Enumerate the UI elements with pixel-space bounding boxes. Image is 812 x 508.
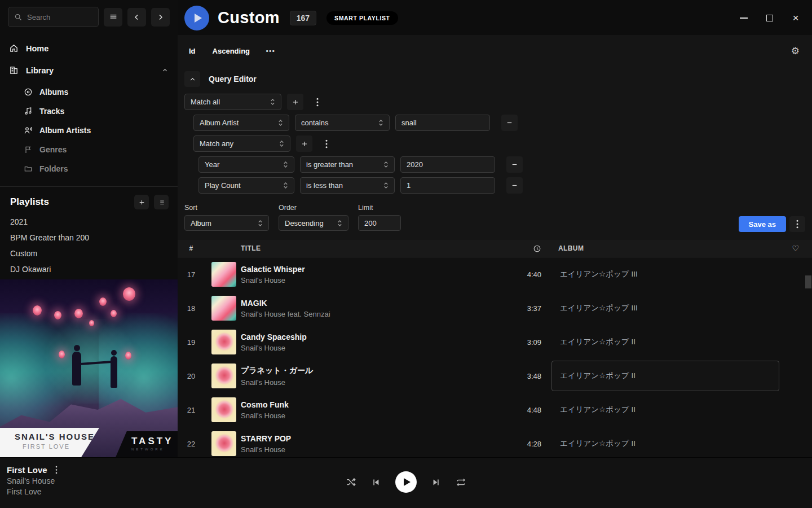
group-options-button[interactable] [309, 94, 325, 110]
add-playlist-button[interactable] [134, 195, 149, 209]
track-artist[interactable]: Snail's House [241, 344, 496, 352]
rule-field-select[interactable]: Album Artist [193, 115, 289, 131]
play-playlist-button[interactable] [184, 6, 209, 30]
table-row[interactable]: 20 プラネット・ガールSnail's House 3:48 エイリアン☆ポップ… [178, 359, 812, 393]
track-artist[interactable]: Snail's House [241, 378, 496, 387]
remove-rule-button[interactable] [506, 177, 523, 194]
track-album[interactable]: エイリアン☆ポップ II [551, 395, 779, 425]
chevron-updown-icon [378, 119, 383, 126]
sidebar-item-genres[interactable]: Genres [0, 140, 178, 159]
search-box[interactable] [8, 7, 99, 27]
track-number: 20 [178, 372, 205, 380]
track-title: MAGIK [241, 299, 496, 308]
collapse-query-editor-button[interactable] [184, 71, 200, 87]
sidebar-item-library[interactable]: Library [0, 59, 178, 81]
now-playing-artist[interactable]: Snail's House [7, 476, 58, 485]
more-options-button[interactable]: ⋯ [266, 46, 276, 56]
nav-back-button[interactable] [127, 8, 146, 27]
scrollbar-thumb[interactable] [805, 275, 811, 288]
track-artist[interactable]: Snail's House [241, 411, 496, 420]
close-button[interactable]: × [787, 10, 804, 27]
sidebar-item-album-artists[interactable]: Album Artists [0, 121, 178, 140]
rule-field-select[interactable]: Play Count [198, 177, 294, 194]
group-options-button[interactable] [318, 135, 334, 152]
column-header-number[interactable]: # [178, 244, 205, 252]
track-album[interactable]: エイリアン☆ポップ II [551, 428, 779, 457]
play-pause-button[interactable] [395, 471, 417, 493]
sort-label: Sort [184, 204, 269, 212]
column-header-album[interactable]: ALBUM [558, 244, 779, 252]
remove-rule-button[interactable] [501, 115, 518, 131]
lantern [59, 351, 65, 358]
track-album[interactable]: エイリアン☆ポップ II [551, 327, 779, 357]
art-figure [72, 352, 81, 386]
track-count-badge: 167 [290, 11, 316, 25]
gear-icon[interactable]: ⚙ [791, 45, 800, 57]
track-artist[interactable]: Snail's House feat. Sennzai [241, 310, 496, 318]
chevron-updown-icon [283, 161, 288, 168]
playlist-list-button[interactable] [154, 195, 169, 209]
minimize-button[interactable] [735, 10, 752, 27]
search-input[interactable] [27, 13, 89, 21]
sort-field-button[interactable]: Id [189, 47, 196, 55]
sort-order-button[interactable]: Ascending [213, 47, 250, 55]
match-type-select[interactable]: Match any [193, 135, 290, 152]
remove-rule-button[interactable] [506, 156, 523, 173]
previous-track-button[interactable] [371, 478, 381, 487]
rule-field-select[interactable]: Year [198, 156, 294, 173]
player-bar: First Love Snail's House First Love [0, 457, 812, 508]
column-header-duration[interactable] [496, 244, 541, 253]
select-value: Descending [285, 219, 324, 227]
repeat-button[interactable] [456, 477, 466, 488]
sidebar-item-folders[interactable]: Folders [0, 159, 178, 178]
select-value: is greater than [306, 160, 353, 169]
playlist-item-dj-okawari[interactable]: DJ Okawari [0, 261, 178, 277]
sidebar-item-home[interactable]: Home [0, 37, 178, 59]
track-duration: 3:37 [496, 304, 541, 313]
column-header-favorite[interactable]: ♡ [779, 244, 812, 253]
track-artist[interactable]: Snail's House [241, 276, 496, 284]
sidebar-item-tracks[interactable]: Tracks [0, 102, 178, 121]
order-select[interactable]: Descending [279, 215, 348, 231]
table-row[interactable]: 21 Cosmo FunkSnail's House 4:48 エイリアン☆ポッ… [178, 393, 812, 427]
track-album[interactable]: エイリアン☆ポップ III [551, 259, 779, 290]
rule-operator-select[interactable]: contains [295, 115, 390, 131]
rule-operator-select[interactable]: is greater than [300, 156, 395, 173]
add-rule-button[interactable] [296, 135, 312, 152]
playlist-item-custom[interactable]: Custom [0, 246, 178, 261]
rule-value-input[interactable] [400, 156, 495, 173]
dots-vertical-icon [55, 466, 58, 474]
now-playing-title[interactable]: First Love [7, 465, 47, 475]
select-value: Play Count [205, 181, 241, 190]
track-thumbnail [211, 364, 236, 388]
menu-button[interactable] [104, 8, 122, 27]
track-album[interactable]: エイリアン☆ポップ III [551, 293, 779, 323]
rule-operator-select[interactable]: is less than [300, 177, 395, 194]
playlist-item-bpm[interactable]: BPM Greater than 200 [0, 230, 178, 246]
playlist-item-2021[interactable]: 2021 [0, 214, 178, 230]
sidebar-item-albums[interactable]: Albums [0, 82, 178, 102]
table-row[interactable]: 22 STARRY POPSnail's House 4:28 エイリアン☆ポッ… [178, 427, 812, 457]
sort-select[interactable]: Album [184, 215, 269, 231]
nav-forward-button[interactable] [151, 8, 170, 27]
chevron-up-icon[interactable] [161, 67, 169, 74]
maximize-button[interactable] [761, 10, 778, 27]
rule-value-input[interactable] [395, 115, 490, 131]
next-track-button[interactable] [431, 478, 441, 487]
match-type-select[interactable]: Match all [184, 94, 281, 110]
now-playing-album[interactable]: First Love [7, 487, 58, 496]
table-row[interactable]: 17 Galactic WhisperSnail's House 4:40 エイ… [178, 257, 812, 291]
column-header-title[interactable]: TITLE [241, 244, 496, 252]
track-artist[interactable]: Snail's House [241, 445, 496, 454]
table-row[interactable]: 19 Candy SpaceshipSnail's House 3:09 エイリ… [178, 325, 812, 359]
save-as-button[interactable]: Save as [739, 216, 786, 232]
add-rule-button[interactable] [287, 94, 303, 110]
table-row[interactable]: 18 MAGIKSnail's House feat. Sennzai 3:37… [178, 291, 812, 325]
limit-input[interactable] [358, 215, 401, 231]
save-options-button[interactable] [789, 216, 805, 232]
order-label: Order [279, 204, 348, 212]
rule-value-input[interactable] [400, 177, 495, 194]
now-playing-menu-button[interactable] [55, 466, 58, 474]
shuffle-button[interactable] [346, 477, 356, 488]
track-album-focused-cell[interactable]: エイリアン☆ポップ II [551, 361, 779, 391]
